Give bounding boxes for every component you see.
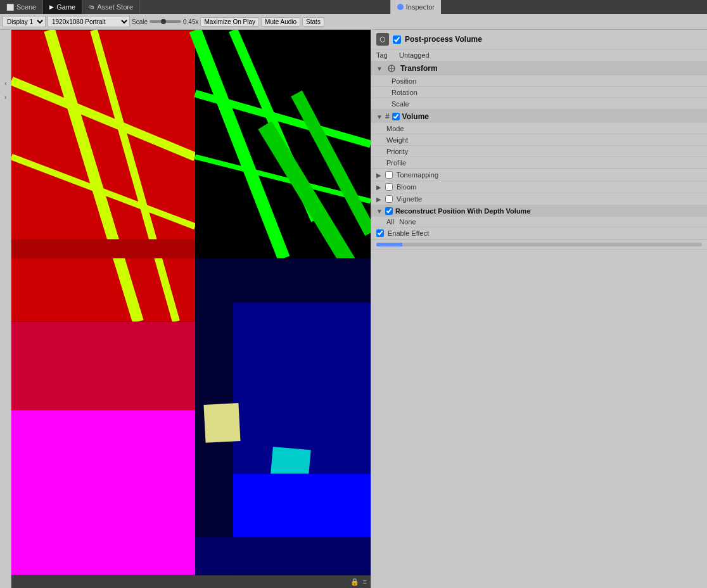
asset-store-icon: 🛍: [89, 4, 94, 10]
vignette-checkbox[interactable]: [385, 195, 393, 203]
reconstruct-checkbox[interactable]: [385, 207, 393, 215]
lock-icon[interactable]: 🔒: [350, 578, 359, 586]
none-button[interactable]: None: [399, 218, 416, 226]
tonemapping-row: ▶ Tonemapping: [371, 169, 707, 181]
game-scene: [11, 30, 371, 575]
enable-effect-label: Enable Effect: [388, 229, 429, 237]
bloom-arrow[interactable]: ▶: [376, 184, 381, 191]
display-select[interactable]: Display 1: [3, 16, 46, 27]
transform-section: ▼ Transform Position: [371, 61, 707, 110]
tag-row: Tag Untagged: [371, 49, 707, 61]
volume-weight-row: Weight: [371, 134, 707, 146]
volume-profile-row: Profile: [371, 157, 707, 169]
profile-label: Profile: [386, 159, 406, 167]
position-label: Position: [392, 77, 442, 85]
svg-rect-13: [11, 240, 195, 259]
transform-title: Transform: [400, 64, 438, 73]
rotation-label: Rotation: [392, 89, 442, 96]
tab-scene[interactable]: ⬜ Scene: [0, 0, 43, 14]
inspector-dot-icon: [397, 4, 404, 10]
transform-header[interactable]: ▼ Transform: [371, 61, 707, 75]
stats-button[interactable]: Stats: [302, 17, 324, 27]
inspector-panel: ⬡ Post-process Volume Tag Untagged ▼: [371, 30, 707, 588]
maximize-on-play-button[interactable]: Maximize On Play: [200, 17, 259, 27]
priority-label: Priority: [386, 148, 408, 155]
tag-value: Untagged: [399, 51, 430, 59]
menu-icon[interactable]: ≡: [363, 578, 367, 585]
game-tab-label: Game: [56, 3, 75, 11]
canvas-bottom-bar: 🔒 ≡: [11, 575, 371, 588]
scale-label: Scale: [132, 18, 148, 25]
tonemapping-label: Tonemapping: [397, 171, 438, 179]
transform-rotation-row: Rotation: [371, 87, 707, 98]
scale-value: 0.45x: [183, 18, 198, 25]
bloom-row: ▶ Bloom: [371, 181, 707, 193]
tab-asset-store[interactable]: 🛍 Asset Store: [82, 0, 140, 14]
bloom-label: Bloom: [397, 183, 416, 191]
reconstruct-section: ▼ Reconstruct Position With Depth Volume…: [371, 205, 707, 240]
sidebar-arrow-up[interactable]: ›: [4, 80, 7, 88]
asset-store-label: Asset Store: [97, 3, 133, 11]
transform-scale-row: Scale: [371, 98, 707, 110]
vignette-arrow[interactable]: ▶: [376, 196, 381, 203]
progress-area: [371, 240, 707, 250]
vignette-row: ▶ Vignette: [371, 193, 707, 205]
component-title: Post-process Volume: [405, 35, 482, 44]
scale-slider[interactable]: [150, 20, 181, 23]
scene-tab-label: Scene: [16, 3, 36, 11]
tag-label: Tag: [376, 51, 395, 59]
volume-title: Volume: [402, 112, 429, 121]
all-none-row: All None: [371, 217, 707, 227]
game-tab-icon: ▶: [49, 4, 54, 10]
vignette-label: Vignette: [397, 195, 422, 203]
inspector-tab[interactable]: Inspector: [390, 0, 441, 14]
volume-priority-row: Priority: [371, 146, 707, 157]
tonemapping-arrow[interactable]: ▶: [376, 172, 381, 179]
scene-tab-icon: ⬜: [6, 4, 14, 11]
transform-arrow: ▼: [376, 65, 383, 72]
reconstruct-title: Reconstruct Position With Depth Volume: [395, 207, 531, 215]
bloom-checkbox[interactable]: [385, 183, 393, 191]
left-sidebar: › ›: [0, 30, 11, 588]
resolution-select[interactable]: 1920x1080 Portrait: [48, 16, 130, 27]
transform-position-row: Position: [371, 75, 707, 87]
sidebar-arrow-down[interactable]: ›: [4, 93, 7, 101]
tonemapping-checkbox[interactable]: [385, 171, 393, 179]
mute-audio-button[interactable]: Mute Audio: [261, 17, 300, 27]
game-canvas-panel: 🔒 ≡: [11, 30, 371, 588]
progress-fill: [376, 243, 402, 246]
mode-label: Mode: [386, 125, 404, 132]
svg-rect-19: [203, 403, 240, 443]
tab-game[interactable]: ▶ Game: [43, 0, 82, 14]
volume-section: ▼ # Volume Mode Weight Priority: [371, 110, 707, 169]
inspector-tab-label: Inspector: [406, 3, 435, 11]
scale-label: Scale: [392, 100, 442, 108]
svg-rect-16: [11, 411, 195, 575]
component-active-checkbox[interactable]: [393, 35, 401, 44]
component-header: ⬡ Post-process Volume: [371, 30, 707, 49]
svg-rect-22: [195, 537, 371, 575]
enable-effect-row: Enable Effect: [371, 227, 707, 240]
inspector-content: ⬡ Post-process Volume Tag Untagged ▼: [371, 30, 707, 588]
volume-active-checkbox[interactable]: [392, 113, 400, 120]
transform-icon: [386, 63, 397, 74]
reconstruct-header[interactable]: ▼ Reconstruct Position With Depth Volume: [371, 205, 707, 217]
weight-label: Weight: [386, 136, 408, 144]
scene-svg: [11, 30, 371, 575]
volume-arrow: ▼: [376, 113, 383, 120]
progress-bar: [376, 243, 702, 246]
volume-mode-row: Mode: [371, 123, 707, 134]
volume-header[interactable]: ▼ # Volume: [371, 110, 707, 123]
reconstruct-arrow: ▼: [376, 208, 383, 215]
all-button[interactable]: All: [386, 218, 394, 226]
hash-icon: #: [385, 112, 390, 121]
cube-icon: ⬡: [376, 33, 389, 46]
enable-effect-checkbox[interactable]: [376, 229, 384, 237]
